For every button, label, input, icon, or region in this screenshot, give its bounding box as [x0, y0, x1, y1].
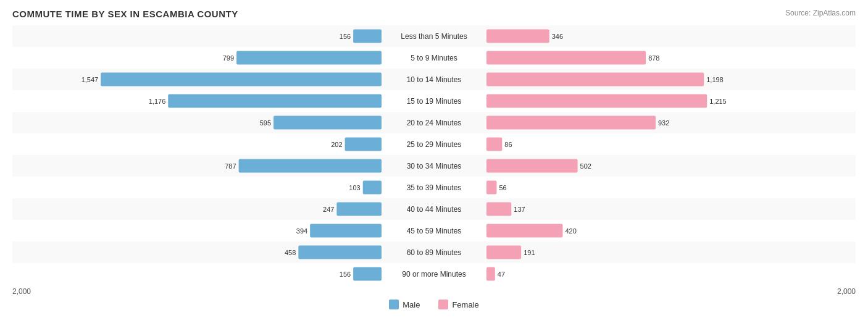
male-value-7: 103	[349, 184, 360, 191]
row-label-3: 15 to 19 Minutes	[407, 97, 462, 106]
male-bar-0	[353, 30, 382, 43]
male-bar-2	[101, 73, 382, 86]
female-value-6: 502	[580, 162, 591, 170]
legend-female: Female	[438, 300, 478, 309]
row-label-9: 45 to 59 Minutes	[407, 227, 462, 235]
female-legend-label: Female	[452, 300, 478, 309]
male-color-box	[389, 300, 399, 309]
male-bar-7	[363, 181, 382, 195]
female-value-11: 47	[498, 271, 505, 278]
female-bar-0	[486, 30, 549, 43]
female-bar-8	[486, 203, 511, 216]
female-bar-6	[486, 159, 578, 173]
female-value-4: 932	[658, 119, 669, 127]
male-value-6: 787	[225, 162, 236, 170]
row-label-1: 5 to 9 Minutes	[411, 54, 457, 62]
male-bar-6	[239, 159, 382, 173]
legend: Male Female	[12, 300, 856, 309]
male-bar-5	[345, 138, 382, 151]
female-value-1: 878	[648, 54, 659, 62]
legend-male: Male	[389, 300, 420, 309]
male-value-2: 1,547	[81, 76, 99, 83]
row-label-7: 35 to 39 Minutes	[407, 183, 462, 192]
male-value-0: 156	[340, 33, 351, 40]
female-bar-11	[486, 267, 495, 281]
male-value-8: 247	[323, 206, 334, 213]
male-value-5: 202	[331, 141, 342, 148]
female-value-8: 137	[514, 206, 525, 213]
chart-container: COMMUTE TIME BY SEX IN ESCAMBIA COUNTY S…	[0, 0, 868, 323]
row-label-10: 60 to 89 Minutes	[407, 248, 462, 257]
axis-right-label: 2,000	[837, 287, 856, 296]
female-value-10: 191	[524, 249, 535, 256]
chart-area: Less than 5 Minutes1563465 to 9 Minutes7…	[12, 25, 856, 285]
male-bar-8	[336, 203, 382, 216]
male-value-3: 1,176	[149, 98, 166, 105]
source-label: Source: ZipAtlas.com	[785, 9, 856, 17]
male-bar-1	[236, 51, 382, 65]
row-label-6: 30 to 34 Minutes	[407, 162, 462, 170]
row-label-11: 90 or more Minutes	[402, 270, 465, 279]
female-bar-5	[486, 138, 502, 151]
female-bar-4	[486, 116, 656, 130]
row-label-0: Less than 5 Minutes	[401, 32, 467, 41]
male-bar-11	[353, 267, 382, 281]
male-value-9: 394	[296, 227, 307, 235]
female-value-0: 346	[552, 33, 563, 40]
female-value-3: 1,215	[709, 98, 727, 105]
male-legend-label: Male	[403, 300, 420, 309]
male-bar-9	[310, 224, 382, 238]
female-bar-2	[486, 73, 704, 86]
male-value-4: 595	[260, 119, 271, 127]
female-value-7: 56	[499, 184, 506, 191]
female-bar-9	[486, 224, 562, 238]
female-bar-3	[486, 94, 707, 108]
male-bar-10	[298, 246, 382, 259]
row-label-8: 40 to 44 Minutes	[407, 205, 462, 214]
axis-bottom: 2,000 2,000	[12, 287, 856, 296]
chart-svg: Less than 5 Minutes1563465 to 9 Minutes7…	[12, 25, 856, 285]
male-bar-3	[168, 94, 382, 108]
female-value-5: 86	[504, 141, 512, 148]
female-value-2: 1,198	[706, 76, 724, 83]
chart-title: COMMUTE TIME BY SEX IN ESCAMBIA COUNTY	[12, 9, 856, 19]
female-bar-7	[486, 181, 496, 195]
female-color-box	[438, 300, 448, 309]
row-label-4: 20 to 24 Minutes	[407, 119, 462, 127]
male-bar-4	[273, 116, 382, 130]
male-value-1: 799	[223, 54, 234, 62]
male-value-11: 156	[340, 271, 351, 278]
row-label-2: 10 to 14 Minutes	[407, 75, 462, 84]
male-value-10: 458	[285, 249, 296, 256]
axis-left-label: 2,000	[12, 287, 31, 296]
row-label-5: 25 to 29 Minutes	[407, 140, 462, 149]
female-value-9: 420	[565, 227, 576, 235]
female-bar-1	[486, 51, 646, 65]
female-bar-10	[486, 246, 521, 259]
